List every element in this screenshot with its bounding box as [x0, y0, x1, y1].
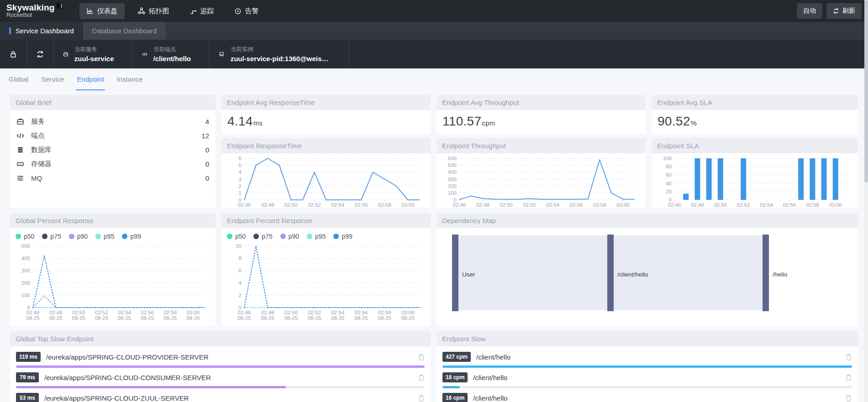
copy-icon[interactable] — [845, 354, 852, 360]
tab-service-dashboard[interactable]: Service Dashboard — [0, 22, 83, 40]
svg-text:02:5608-25: 02:5608-25 — [354, 310, 368, 321]
dependency-node-hello[interactable] — [763, 235, 769, 311]
brief-row-cache: 存储器 0 — [16, 157, 209, 171]
svg-text:400: 400 — [21, 256, 30, 261]
tab-endpoint[interactable]: Endpoint — [76, 68, 105, 90]
svg-text:20: 20 — [666, 189, 672, 194]
endpoint-selector-label: 当前端点 — [153, 46, 191, 53]
chevron-down-icon — [123, 51, 123, 57]
svg-text:6: 6 — [239, 156, 242, 161]
copy-icon[interactable] — [845, 395, 852, 402]
svg-text:02:4608-25: 02:4608-25 — [452, 202, 466, 208]
legend-p90[interactable]: p90 — [280, 233, 299, 240]
svg-text:02:4808-25: 02:4808-25 — [49, 310, 62, 321]
dependency-node-label: /hello — [773, 271, 787, 278]
dependency-node-client-hello[interactable] — [607, 235, 614, 311]
svg-text:02:5808-25: 02:5808-25 — [378, 202, 391, 208]
copy-icon[interactable] — [418, 374, 425, 381]
code-icon — [16, 132, 24, 140]
tab-service[interactable]: Service — [40, 68, 65, 90]
nav-item-label: 拓扑图 — [149, 7, 169, 16]
slow-row: 18 cpm /client/hello — [442, 372, 852, 388]
legend-p50[interactable]: p50 — [16, 233, 34, 240]
copy-icon[interactable] — [418, 354, 425, 360]
endpoint-name: /client/hello — [476, 353, 510, 361]
lock-button[interactable] — [0, 40, 27, 68]
sla-chart[interactable]: 02040608010002:4608-2502:4808-2502:5008-… — [657, 155, 852, 208]
svg-text:02:5408-25: 02:5408-25 — [331, 202, 345, 208]
svg-text:100: 100 — [663, 156, 672, 161]
svg-text:4: 4 — [239, 169, 242, 175]
scrollbar[interactable] — [864, 0, 868, 402]
copy-icon[interactable] — [418, 395, 425, 402]
avg-response-time-value: 4.14ms — [221, 110, 431, 134]
endpoint-selector[interactable]: 当前端点 /client/hello — [133, 40, 210, 68]
scrollbar-thumb[interactable] — [864, 0, 868, 183]
svg-text:300: 300 — [21, 268, 30, 273]
auto-button[interactable]: 自动 — [797, 3, 822, 19]
svg-text:02:5608-25: 02:5608-25 — [783, 202, 796, 208]
dashboard-tab-bar: Service Dashboard Database Dashboard — [0, 22, 868, 40]
svg-text:40: 40 — [666, 181, 672, 186]
reload-selectors-button[interactable] — [27, 40, 54, 68]
svg-text:2: 2 — [239, 183, 242, 189]
nav-item-topology[interactable]: 拓扑图 — [131, 3, 176, 19]
nav-item-dashboard[interactable]: 仪表盘 — [79, 3, 125, 19]
instance-selector-value: zuul-service-pid:1360@weishi... — [231, 55, 331, 63]
dependency-node-user[interactable] — [452, 235, 458, 311]
dependency-node-label: User — [462, 271, 475, 278]
nav-item-alarm[interactable]: 告警 — [227, 3, 266, 19]
tab-instance[interactable]: Instance — [116, 68, 144, 90]
legend-p99[interactable]: p99 — [122, 233, 141, 240]
dependency-map: User /client/hello /hello — [442, 228, 852, 326]
tab-database-dashboard[interactable]: Database Dashboard — [83, 22, 166, 40]
global-percent-response-card: Global Percent Response p50 p75 p90 p95 … — [10, 213, 216, 326]
brief-row-endpoint: 端点 12 — [16, 129, 209, 143]
legend-p50[interactable]: p50 — [227, 233, 246, 240]
instance-selector[interactable]: 当前实例 zuul-service-pid:1360@weishi... — [210, 40, 349, 68]
sla-column: Endpoint Avg SLA 90.52% Endpoint SLA 020… — [652, 95, 858, 208]
throughput-chart[interactable]: 010020030040050060002:4608-2502:4808-250… — [442, 155, 640, 208]
svg-text:80: 80 — [666, 164, 672, 169]
svg-text:4: 4 — [239, 280, 242, 286]
svg-text:02:5808-25: 02:5808-25 — [378, 310, 391, 321]
svg-text:02:5008-25: 02:5008-25 — [714, 202, 727, 208]
svg-text:02:5208-25: 02:5208-25 — [95, 310, 108, 321]
legend-p99[interactable]: p99 — [333, 233, 352, 240]
code-icon — [142, 52, 147, 57]
app-logo[interactable]: Skywalking Rocketbot — [6, 3, 63, 18]
laptop-icon — [219, 51, 224, 57]
response-time-chart[interactable]: 012345602:4608-2502:4808-2502:5008-2502:… — [227, 155, 425, 208]
copy-icon[interactable] — [845, 374, 852, 381]
legend-p95[interactable]: p95 — [307, 233, 326, 240]
value-badge: 16 cpm — [442, 393, 468, 402]
refresh-button[interactable]: 刷新 — [826, 3, 862, 19]
svg-text:600: 600 — [448, 156, 457, 161]
svg-text:02:4808-25: 02:4808-25 — [261, 310, 274, 321]
svg-text:02:5808-25: 02:5808-25 — [163, 310, 177, 321]
legend-p75[interactable]: p75 — [253, 233, 272, 240]
legend-p95[interactable]: p95 — [95, 233, 114, 240]
instance-selector-label: 当前实例 — [231, 46, 331, 53]
value-badge: 18 cpm — [442, 372, 468, 382]
global-percent-chart[interactable]: 010020030040050002:4608-2502:4808-2502:5… — [16, 243, 210, 321]
svg-text:02:4608-25: 02:4608-25 — [237, 202, 251, 208]
svg-text:02:5608-25: 02:5608-25 — [569, 202, 583, 208]
response-time-column: Endpoint Avg ResponseTime 4.14ms Endpoin… — [221, 95, 431, 208]
slow-row: 16 cpm /client/hello — [442, 392, 852, 402]
refresh-icon — [36, 50, 44, 58]
legend-p75[interactable]: p75 — [42, 233, 61, 240]
nav-item-trace[interactable]: 追踪 — [183, 3, 221, 19]
tab-global[interactable]: Global — [8, 68, 29, 90]
nav-item-label: 追踪 — [200, 7, 214, 16]
throughput-column: Endpoint Avg Throughput 110.57cpm Endpoi… — [437, 95, 646, 208]
percent-legend: p50 p75 p90 p95 p99 — [10, 228, 216, 241]
service-selector[interactable]: 当前服务 zuul-service — [54, 40, 133, 68]
slow-row: 79 ms /eureka/apps/SPRING-CLOUD-CONSUMER… — [16, 372, 425, 388]
chevron-down-icon — [340, 51, 340, 57]
value-badge: 53 ms — [16, 393, 39, 402]
endpoint-percent-chart[interactable]: 024681002:4608-2502:4808-2502:5008-2502:… — [227, 243, 425, 321]
svg-text:3: 3 — [239, 177, 242, 182]
svg-text:5: 5 — [239, 162, 242, 168]
legend-p90[interactable]: p90 — [69, 233, 88, 240]
